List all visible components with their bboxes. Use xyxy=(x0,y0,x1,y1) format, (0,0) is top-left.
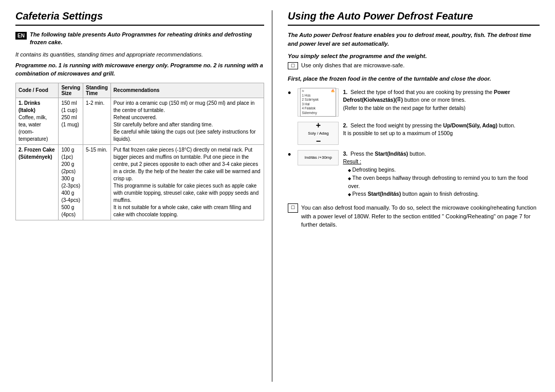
first-place: First, place the frozen food in the cent… xyxy=(288,74,540,83)
standing-1: 1-2 min. xyxy=(83,98,111,144)
table-row: 2. Frozen Cake (Sütemények) 100 g(1pc)20… xyxy=(16,144,264,220)
intro-block: EN The following table presents Auto Pro… xyxy=(15,31,264,47)
start-button-image: Indítás /+30mp xyxy=(298,150,339,165)
en-badge: EN xyxy=(15,32,27,40)
step-1: • ≋🔥 1 Hús2 Szárnyak3 Hal4 FalatokSütemé… xyxy=(288,88,540,117)
step-3-text: 3. Press the Start(Indítás) button. Resu… xyxy=(343,150,540,199)
serving-2: 100 g(1pc)200 g(2pcs)300 g(2-3pcs)400 g(… xyxy=(59,144,83,220)
display-content-1: ≋🔥 1 Hús2 Szárnyak3 Hal4 FalatokSütemény xyxy=(300,88,336,117)
col-header-recommendations: Recommendations xyxy=(110,83,264,98)
left-title: Cafeteria Settings xyxy=(15,10,264,26)
microwave-icon-2: ☐ xyxy=(288,203,298,213)
table-row: 1. Drinks (Italok) Coffee, milk, tea, wa… xyxy=(16,98,264,144)
start-label: Indítás /+30mp xyxy=(305,155,332,160)
button-label: Súly / Adag xyxy=(308,131,328,136)
col-header-code: Code / Food xyxy=(16,83,59,98)
plus-icon: + xyxy=(316,121,321,130)
sub-intro: It contains its quantities, standing tim… xyxy=(15,51,264,59)
step-2-text: 2. Select the food weight by pressing th… xyxy=(343,122,540,138)
step-3: • Indítás /+30mp 3. Press the Start(Indí… xyxy=(288,150,540,199)
display-image-1: ≋🔥 1 Hús2 Szárnyak3 Hal4 FalatokSütemény xyxy=(298,88,339,117)
serving-1: 150 ml(1 cup)250 ml(1 mug) xyxy=(59,98,83,144)
right-column: Using the Auto Power Defrost Feature The… xyxy=(283,10,540,382)
result-label: Result : xyxy=(343,158,361,164)
bullet-3: • xyxy=(288,150,291,159)
weight-button-image: + Súly / Adag − xyxy=(298,122,339,145)
col-header-serving: ServingSize xyxy=(59,83,83,98)
programme-note: Programme no. 1 is running with microwav… xyxy=(15,62,264,78)
rec-1: Pour into a ceramic cup (150 ml) or mug … xyxy=(110,98,264,144)
right-title: Using the Auto Power Defrost Feature xyxy=(288,10,540,26)
select-heading: You simply select the programme and the … xyxy=(288,53,540,59)
step-1-text: 1. Select the type of food that you are … xyxy=(343,88,540,113)
intro-text: The following table presents Auto Progra… xyxy=(30,31,264,47)
col-header-standing: StandingTime xyxy=(83,83,111,98)
right-intro: The Auto power Defrost feature enables y… xyxy=(288,31,540,48)
microwave-icon: ☐ xyxy=(288,62,298,69)
result-item-2: The oven beeps halfway through defrostin… xyxy=(348,174,540,191)
bottom-note: ☐ You can also defrost food manually. To… xyxy=(288,203,540,229)
page: Cafeteria Settings EN The following tabl… xyxy=(0,0,555,392)
intro-bold: The following table presents Auto Progra… xyxy=(30,31,252,45)
result-item-3: Press Start(Indítás) button again to fin… xyxy=(348,190,540,198)
left-column: Cafeteria Settings EN The following tabl… xyxy=(15,10,272,382)
food-table: Code / Food ServingSize StandingTime Rec… xyxy=(15,83,264,220)
bullet-1: • xyxy=(288,88,291,98)
microwave-note: ☐ Use only dishes that are microwave-saf… xyxy=(288,62,540,69)
food-code-1: 1. Drinks (Italok) Coffee, milk, tea, wa… xyxy=(16,98,59,144)
result-list: Defrosting begins. The oven beeps halfwa… xyxy=(343,166,540,198)
standing-2: 5-15 min. xyxy=(83,144,111,220)
rec-2: Put flat frozen cake pieces (-18°C) dire… xyxy=(110,144,264,220)
food-code-2: 2. Frozen Cake (Sütemények) xyxy=(16,144,59,220)
step-2: • + Súly / Adag − 2. Select the food wei… xyxy=(288,122,540,145)
result-item-1: Defrosting begins. xyxy=(348,166,540,174)
minus-icon: − xyxy=(316,137,321,146)
